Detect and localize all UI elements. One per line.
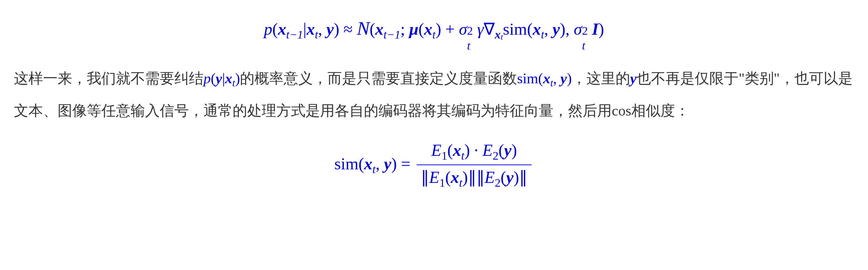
eq1-two1: 2	[467, 24, 473, 37]
inline1-x: x	[225, 70, 232, 86]
eq1-N: N	[357, 18, 370, 39]
eq1-x1: x	[278, 20, 286, 38]
eq1-sim: sim	[503, 20, 527, 38]
inline1-lp: (	[211, 70, 216, 86]
inline2-comma: ,	[553, 70, 557, 86]
eq2-eq: =	[397, 154, 410, 173]
eq2-lp1: (	[358, 154, 364, 173]
equation-1: p(xt−1|xt, y) ≈ N(xt−1; μ(xt) + σ2tγ∇xts…	[14, 17, 854, 42]
eq1-x2: x	[307, 20, 315, 38]
eq1-tm1-1: t−1	[286, 28, 303, 41]
eq1-mu: μ	[409, 20, 419, 38]
eq2-cdot: ·	[470, 141, 483, 159]
eq1-tm1-2: t−1	[383, 28, 400, 41]
eq2-lp3: (	[499, 141, 504, 159]
eq2-E2b: E	[485, 168, 495, 186]
prose-part2: 的概率意义，而是只需要直接定义度量函数	[240, 70, 517, 86]
eq1-rparen2: )	[599, 20, 604, 38]
prose-paragraph: 这样一来，我们就不需要纠结p(y|xt)的概率意义，而是只需要直接定义度量函数s…	[14, 62, 854, 127]
eq1-t4: t	[541, 28, 544, 41]
eq2-t2: t	[461, 149, 464, 162]
eq2-rp2: )	[465, 141, 470, 159]
prose-part3: ，这里的	[572, 70, 630, 86]
eq2-dbar3: ∥	[476, 168, 485, 186]
eq2-rp1: )	[391, 154, 397, 173]
eq1-nabla: ∇	[484, 20, 495, 38]
eq2-y1: y	[384, 154, 391, 173]
eq1-lparen3: (	[418, 20, 424, 38]
eq2-dbar1: ∥	[421, 168, 429, 186]
eq2-comma1: ,	[376, 154, 380, 173]
eq2-sim: sim	[334, 154, 358, 173]
eq1-comma2: ,	[544, 20, 548, 38]
eq1-p: p	[264, 20, 272, 38]
eq2-E1a: E	[431, 141, 441, 159]
eq2-lp4: (	[445, 168, 451, 186]
eq2-one-a: 1	[441, 149, 447, 162]
eq1-semi: ;	[400, 20, 405, 38]
inline2-sim: sim	[517, 70, 538, 86]
eq1-nabla-t: t	[501, 32, 503, 41]
eq2-y2: y	[504, 141, 511, 159]
eq2-fraction: E1(xt) · E2(y) ∥E1(xt)∥∥E2(y)∥	[417, 141, 532, 189]
eq2-x2: x	[453, 141, 461, 159]
eq1-y1: y	[326, 20, 334, 38]
eq2-x1: x	[364, 154, 372, 173]
eq2-t1: t	[372, 163, 375, 176]
eq1-nabla-x: x	[495, 28, 501, 41]
eq1-t3: t	[467, 39, 470, 52]
eq2-rp4: )	[462, 168, 468, 186]
eq2-two-a: 2	[493, 149, 499, 162]
eq1-x4: x	[424, 20, 432, 38]
eq2-lp2: (	[447, 141, 453, 159]
prose-part1: 这样一来，我们就不需要纠结	[14, 70, 203, 86]
eq1-comma1: ,	[318, 20, 322, 38]
equation-1-math: p(xt−1|xt, y) ≈ N(xt−1; μ(xt) + σ2tγ∇xts…	[264, 17, 604, 42]
inline1-bar: |	[222, 70, 225, 86]
eq1-rparen4: )	[560, 20, 566, 38]
eq1-comma3: ,	[566, 20, 570, 38]
eq1-sigma1: σ	[459, 20, 467, 38]
inline3-y: y	[630, 70, 637, 86]
eq2-t3: t	[459, 176, 462, 189]
eq1-approx: ≈	[339, 20, 357, 38]
eq2-dbar4: ∥	[519, 168, 527, 186]
eq2-dbar2: ∥	[468, 168, 476, 186]
inline1-y: y	[216, 70, 222, 86]
eq2-lhs: sim(xt, y) =	[334, 154, 410, 176]
eq1-sigma2: σ	[574, 20, 582, 38]
eq1-lparen2: (	[369, 20, 375, 38]
eq2-lp5: (	[501, 168, 506, 186]
inline2-rp: )	[567, 70, 572, 86]
eq2-two-b: 2	[495, 176, 501, 189]
eq1-y2: y	[552, 20, 560, 38]
eq2-y3: y	[506, 168, 514, 186]
eq2-one-b: 1	[439, 176, 445, 189]
eq2-rp5: )	[514, 168, 519, 186]
eq2-numerator: E1(xt) · E2(y)	[417, 141, 532, 165]
eq1-x5: x	[533, 20, 541, 38]
eq1-t5: t	[582, 39, 585, 52]
eq1-x3: x	[375, 20, 383, 38]
eq1-lparen4: (	[527, 20, 533, 38]
eq1-rparen3: )	[436, 20, 441, 38]
inline2-y: y	[560, 70, 567, 86]
inline2-x: x	[543, 70, 550, 86]
eq1-rparen1: )	[334, 20, 339, 38]
inline2-lp: (	[538, 70, 543, 86]
eq2-denominator: ∥E1(xt)∥∥E2(y)∥	[417, 165, 532, 189]
eq1-t2: t	[432, 28, 435, 41]
inline1-p: p	[203, 70, 211, 86]
eq1-t1: t	[315, 28, 318, 41]
inline2-t: t	[550, 78, 553, 89]
eq2-rp3: )	[511, 141, 517, 159]
eq1-lparen1: (	[272, 20, 278, 38]
eq2-x3: x	[451, 168, 459, 186]
eq1-bar: |	[303, 20, 307, 38]
inline1-rp: )	[235, 70, 240, 86]
eq1-plus: +	[441, 20, 459, 38]
eq1-gamma: γ	[477, 20, 484, 38]
equation-2: sim(xt, y) = E1(xt) · E2(y) ∥E1(xt)∥∥E2(…	[14, 141, 854, 189]
eq1-I: I	[592, 20, 599, 38]
eq2-E1b: E	[429, 168, 439, 186]
